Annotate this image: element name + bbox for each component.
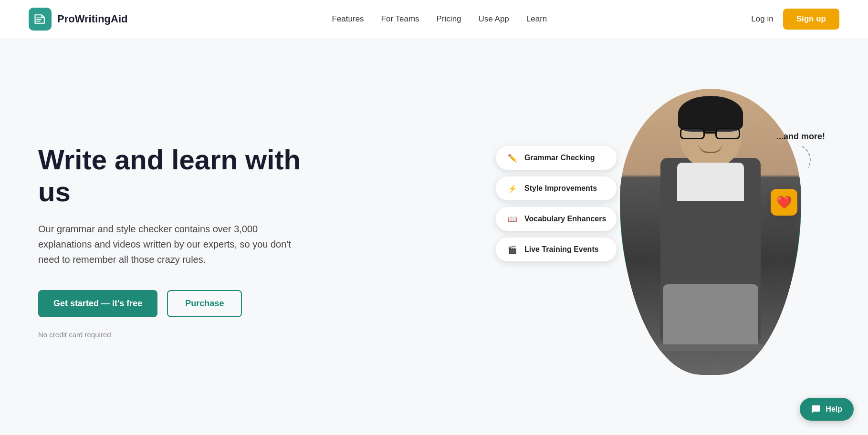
style-icon: ⚡ (506, 182, 519, 195)
heart-badge: ❤️ (771, 189, 797, 216)
signup-button[interactable]: Sign up (783, 9, 839, 30)
hero-subtitle: Our grammar and style checker contains o… (38, 221, 305, 267)
hero-buttons: Get started — it's free Purchase (38, 290, 324, 317)
hero-section: Write and learn with us Our grammar and … (0, 38, 868, 435)
logo-icon (29, 8, 52, 31)
navbar: ProWritingAid Features For Teams Pricing… (0, 0, 868, 38)
and-more-label: ...and more! (776, 132, 825, 141)
logo-svg (33, 12, 47, 26)
hero-content: Write and learn with us Our grammar and … (38, 144, 324, 338)
chip-style: ⚡ Style Improvements (496, 176, 617, 200)
brand-name: ProWritingAid (57, 13, 127, 25)
chip-style-label: Style Improvements (524, 184, 597, 193)
help-button[interactable]: Help (800, 398, 854, 421)
chip-vocabulary-label: Vocabulary Enhancers (524, 215, 606, 223)
nav-for-teams[interactable]: For Teams (381, 14, 419, 24)
nav-use-app[interactable]: Use App (479, 14, 509, 24)
chip-grammar: ✏️ Grammar Checking (496, 146, 617, 170)
login-button[interactable]: Log in (751, 14, 773, 24)
chip-training-label: Live Training Events (524, 245, 599, 254)
get-started-button[interactable]: Get started — it's free (38, 290, 157, 317)
chip-vocabulary: 📖 Vocabulary Enhancers (496, 207, 617, 231)
nav-pricing[interactable]: Pricing (437, 14, 461, 24)
heart-icon: ❤️ (776, 195, 792, 210)
nav-actions: Log in Sign up (751, 9, 839, 30)
purchase-button[interactable]: Purchase (167, 290, 242, 317)
no-credit-text: No credit card required (38, 331, 324, 339)
nav-links: Features For Teams Pricing Use App Learn (332, 14, 547, 24)
hero-illustration: ...and more! ❤️ ✏️ Grammar Checking ⚡ St… (496, 79, 830, 404)
chat-icon (811, 404, 821, 414)
feature-chips: ✏️ Grammar Checking ⚡ Style Improvements… (496, 146, 617, 261)
help-label: Help (826, 405, 842, 414)
vocabulary-icon: 📖 (506, 213, 519, 225)
hero-title: Write and learn with us (38, 144, 324, 207)
chip-grammar-label: Grammar Checking (524, 154, 595, 162)
training-icon: 🎬 (506, 243, 519, 256)
nav-learn[interactable]: Learn (526, 14, 547, 24)
logo[interactable]: ProWritingAid (29, 8, 127, 31)
chip-training: 🎬 Live Training Events (496, 238, 617, 261)
nav-features[interactable]: Features (332, 14, 364, 24)
grammar-icon: ✏️ (506, 152, 519, 164)
